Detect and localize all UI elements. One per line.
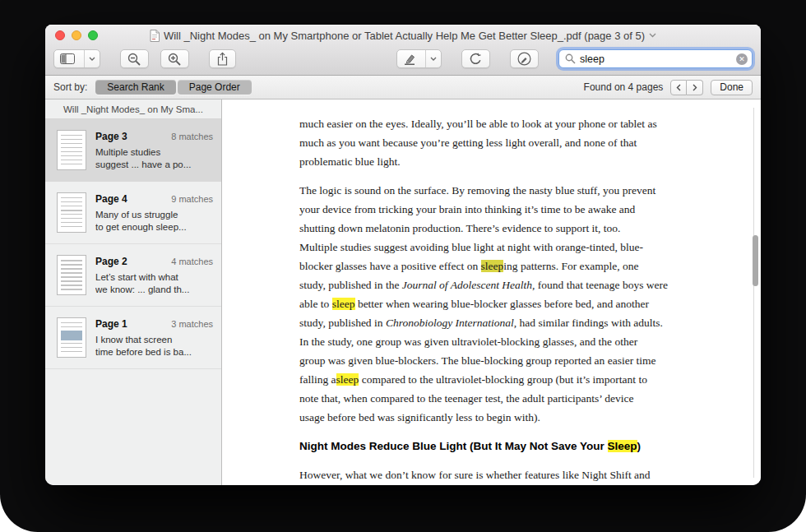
result-snippet: Let’s start with whatwe know: ... gland … (95, 271, 213, 296)
search-results-list: Page 3 8 matches Multiple studiessuggest… (45, 119, 221, 369)
window-controls (55, 30, 98, 40)
search-result-item[interactable]: Page 3 8 matches Multiple studiessuggest… (45, 119, 221, 182)
doc-line: much as you want because you’re getting … (299, 133, 761, 152)
zoom-out-button[interactable] (120, 49, 149, 68)
share-icon (216, 52, 229, 66)
search-result-item[interactable]: Page 4 9 matches Many of us struggleto g… (45, 182, 221, 244)
pdf-document-icon[interactable] (150, 30, 160, 42)
result-snippet: Multiple studiessuggest ... have a po... (95, 146, 213, 171)
next-match-button[interactable] (687, 80, 703, 95)
page-thumbnail (57, 255, 86, 295)
doc-heading: Night Modes Reduce Blue Light (But It Ma… (299, 437, 761, 456)
sidebar-document-title: Will _Night Modes_ on My Sma... (45, 99, 221, 119)
sidebar-view-icon (54, 50, 81, 67)
doc-line: The logic is sound on the surface. By re… (299, 181, 761, 200)
search-field[interactable]: ✕ (558, 49, 753, 68)
search-match-highlight: sleep (336, 373, 359, 386)
window-chrome: Will _Night Modes_ on My Smartphone or T… (45, 25, 761, 76)
result-snippet: I know that screentime before bed is ba.… (95, 334, 213, 359)
doc-paragraph: The logic is sound on the surface. By re… (299, 181, 761, 427)
search-input[interactable] (580, 53, 732, 65)
preview-window: Will _Night Modes_ on My Smartphone or T… (45, 25, 761, 485)
result-page-label: Page 3 (95, 131, 127, 142)
sort-by-label: Sort by: (53, 81, 87, 93)
doc-line: problematic blue light. (299, 152, 761, 171)
doc-line: usage before bed was significantly less … (299, 408, 761, 427)
search-icon (565, 53, 576, 64)
result-match-count: 8 matches (171, 132, 213, 141)
search-result-item[interactable]: Page 2 4 matches Let’s start with whatwe… (45, 244, 221, 307)
doc-line: much easier on the eyes. Ideally, you’ll… (299, 114, 761, 133)
doc-line: able to sleep better when wearing blue-b… (299, 294, 761, 313)
clear-search-button[interactable]: ✕ (736, 53, 748, 65)
zoom-in-icon (168, 53, 182, 66)
rotate-left-icon (469, 53, 483, 66)
chevron-left-icon (676, 84, 681, 91)
doc-line: Night Mode will be enough, or have the s… (299, 484, 761, 485)
markup-toolbar-button[interactable] (510, 49, 539, 68)
scope-page-order-button[interactable]: Page Order (178, 80, 252, 95)
doc-line: study, published in the Journal of Adole… (299, 275, 761, 294)
desktop-background: Will _Night Modes_ on My Smartphone or T… (0, 0, 806, 532)
search-match-highlight: Sleep (608, 440, 637, 452)
doc-line: In the study, one group was given ultrav… (299, 332, 761, 351)
share-button[interactable] (209, 49, 236, 68)
found-summary: Found on 4 pages (584, 81, 664, 93)
doc-line: Night Modes Reduce Blue Light (But It Ma… (299, 437, 761, 456)
doc-line: note that, when compared to the teenager… (299, 389, 761, 408)
previous-match-button[interactable] (670, 80, 687, 95)
thumbnail-text-lines (61, 260, 82, 290)
zoom-window-button[interactable] (88, 30, 98, 40)
doc-line: Multiple studies suggest avoiding blue l… (299, 238, 761, 257)
rotate-button[interactable] (461, 49, 490, 68)
search-match-highlight: sleep (481, 260, 504, 272)
toolbar: ✕ (45, 46, 761, 75)
result-page-label: Page 1 (95, 318, 127, 330)
result-page-label: Page 2 (95, 256, 127, 267)
title-chevron-down-icon[interactable] (649, 33, 656, 38)
page-thumbnail (57, 317, 86, 358)
scrollbar-thumb[interactable] (753, 235, 758, 286)
highlight-button[interactable] (396, 49, 442, 68)
thumbnail-image (61, 331, 82, 340)
match-stepper (670, 80, 703, 95)
search-results-sidebar: Will _Night Modes_ on My Sma... Page 3 8… (45, 99, 222, 485)
result-page-label: Page 4 (95, 193, 127, 205)
zoom-out-icon (127, 53, 141, 66)
sidebar-view-button[interactable] (53, 49, 100, 68)
pdf-page-text: much easier on the eyes. Ideally, you’ll… (222, 99, 761, 485)
title-bar: Will _Night Modes_ on My Smartphone or T… (45, 25, 761, 46)
close-window-button[interactable] (55, 30, 65, 40)
search-result-item[interactable]: Page 1 3 matches I know that screentime … (45, 307, 221, 369)
doc-line: group was given blue-blockers. The blue-… (299, 351, 761, 370)
pdf-view: much easier on the eyes. Ideally, you’ll… (222, 99, 761, 485)
doc-paragraph: However, what we don’t know for sure is … (299, 465, 761, 485)
page-thumbnail (57, 130, 86, 170)
minimize-window-button[interactable] (72, 30, 81, 40)
window-content: Will _Night Modes_ on My Sma... Page 3 8… (45, 99, 761, 485)
search-match-highlight: sleep (332, 298, 355, 310)
window-title: Will _Night Modes_ on My Smartphone or T… (164, 30, 645, 42)
result-match-count: 9 matches (171, 194, 213, 204)
markup-pen-icon (517, 52, 531, 66)
result-match-count: 4 matches (171, 257, 213, 266)
doc-line: falling asleep compared to the ultraviol… (299, 370, 761, 389)
doc-line: However, what we don’t know for sure is … (299, 465, 761, 484)
page-thumbnail (57, 192, 86, 233)
sidebar-view-chevron-down-icon (84, 50, 100, 67)
find-bar: Sort by: Search Rank Page Order Found on… (45, 76, 761, 99)
doc-line: your device from tricking your brain int… (299, 200, 761, 219)
highlight-chevron-down-icon (425, 50, 441, 67)
done-button[interactable]: Done (711, 80, 753, 95)
scrollbar-track (753, 108, 754, 478)
thumbnail-text-lines (61, 135, 82, 165)
thumbnail-text-lines (61, 197, 82, 228)
zoom-in-button[interactable] (160, 49, 189, 68)
scope-search-rank-button[interactable]: Search Rank (95, 80, 175, 95)
chevron-right-icon (693, 84, 697, 91)
result-snippet: Many of us struggleto get enough sleep..… (95, 209, 213, 234)
result-match-count: 3 matches (171, 319, 213, 329)
sort-scope-control: Search Rank Page Order (95, 80, 251, 95)
highlighter-icon (397, 50, 422, 67)
doc-paragraph: much easier on the eyes. Ideally, you’ll… (299, 114, 761, 171)
